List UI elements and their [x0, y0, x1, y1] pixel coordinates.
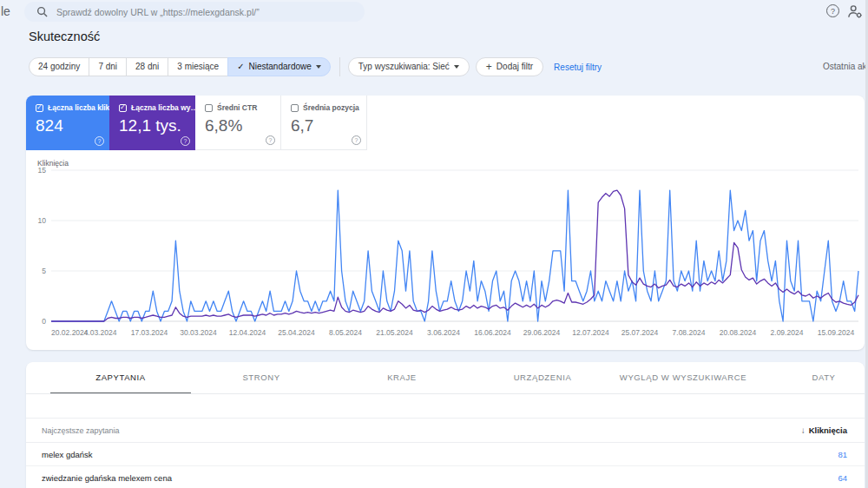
- metric-label: Łączna liczba klik…: [48, 103, 117, 112]
- x-tick-label: 20.08.2024: [720, 328, 757, 337]
- y-tick-label: 0: [42, 317, 46, 326]
- metric-value: 6,8%: [205, 116, 280, 135]
- x-tick-label: 4.03.2024: [84, 328, 117, 337]
- page-title: Skuteczność: [29, 30, 100, 43]
- x-tick-label: 30.03.2024: [180, 328, 217, 337]
- date-range-selector: 24 godziny 7 dni 28 dni 3 miesiące ✓ Nie…: [29, 57, 331, 76]
- date-range-28d[interactable]: 28 dni: [126, 57, 168, 76]
- last-update-text: Ostatnia aktualizacja:: [823, 62, 868, 71]
- x-tick-label: 12.04.2024: [229, 328, 266, 337]
- metric-value: 12,1 tys.: [119, 116, 195, 135]
- x-tick-label: 16.06.2024: [474, 328, 511, 337]
- metric-total-clicks[interactable]: Łączna liczba klik… 824 ?: [26, 96, 109, 150]
- query-clicks: 81: [838, 450, 847, 459]
- query-text: zwiedzanie gdańska melexem cena: [42, 473, 172, 483]
- date-range-custom[interactable]: ✓ Niestandardowe: [227, 57, 331, 76]
- checkbox-icon[interactable]: [119, 104, 127, 112]
- x-tick-label: 21.05.2024: [376, 328, 413, 337]
- x-tick-label: 2.09.2024: [771, 328, 804, 337]
- x-tick-label: 7.08.2024: [673, 328, 706, 337]
- help-icon[interactable]: ?: [266, 135, 275, 145]
- search-type-button[interactable]: Typ wyszukiwania: Sieć: [348, 57, 470, 76]
- search-placeholder: Sprawdź dowolny URL w „https://melexgdan…: [56, 7, 260, 17]
- metric-average-ctr[interactable]: Średni CTR 6,8% ?: [195, 96, 281, 150]
- x-tick-label: 3.06.2024: [427, 328, 460, 337]
- search-icon: [36, 6, 48, 17]
- query-clicks: 64: [838, 473, 847, 483]
- checkbox-icon[interactable]: [36, 104, 43, 112]
- metric-label: Średni CTR: [217, 103, 257, 112]
- chart-line-clicks: [51, 190, 858, 321]
- tab-search-appearance[interactable]: WYGLĄD W WYSZUKIWARCE: [613, 362, 753, 394]
- sort-descending-icon: ↓: [801, 425, 806, 435]
- column-header-queries[interactable]: Najczęstsze zapytania: [42, 426, 120, 435]
- tab-devices[interactable]: URZĄDZENIA: [472, 362, 613, 394]
- table-row[interactable]: zwiedzanie gdańska melexem cena 64: [26, 466, 865, 488]
- metric-label: Średnia pozycja: [303, 103, 359, 112]
- date-range-custom-label: Niestandardowe: [249, 58, 312, 76]
- metric-value: 6,7: [291, 116, 366, 135]
- x-tick-label: 20.02.2024: [51, 328, 89, 337]
- help-icon[interactable]: ?: [181, 136, 190, 146]
- check-icon: ✓: [237, 58, 244, 76]
- help-icon[interactable]: ?: [95, 136, 104, 146]
- performance-chart-card: Łączna liczba klik… 824 ? Łączna liczba …: [26, 96, 865, 350]
- table-header-row: Najczęstsze zapytania ↓ Kliknięcia: [26, 418, 865, 443]
- user-settings-icon[interactable]: [847, 4, 863, 19]
- x-tick-label: 29.06.2024: [523, 328, 561, 337]
- dimensions-table-card: ZAPYTANIA STRONY KRAJE URZĄDZENIA WYGLĄD…: [26, 362, 865, 488]
- y-tick-label: 10: [38, 216, 47, 225]
- help-glyph: ?: [831, 7, 835, 16]
- help-icon[interactable]: ?: [352, 135, 361, 145]
- metric-tiles-row: Łączna liczba klik… 824 ? Łączna liczba …: [26, 96, 367, 150]
- dropdown-caret-icon: [316, 65, 321, 69]
- x-tick-label: 12.07.2024: [572, 328, 609, 337]
- tab-queries[interactable]: ZAPYTANIA: [50, 362, 191, 394]
- filter-divider: [339, 57, 340, 76]
- column-header-clicks[interactable]: ↓ Kliknięcia: [801, 425, 847, 435]
- plus-icon: +: [486, 58, 492, 76]
- checkbox-icon[interactable]: [291, 104, 299, 112]
- tab-countries[interactable]: KRAJE: [332, 362, 472, 394]
- help-icon[interactable]: ?: [826, 4, 839, 17]
- table-row[interactable]: melex gdańsk 81: [26, 443, 865, 466]
- y-tick-label: 5: [42, 267, 46, 275]
- x-tick-label: 17.03.2024: [131, 328, 168, 337]
- tab-dates[interactable]: DATY: [753, 362, 865, 394]
- search-type-label: Typ wyszukiwania: Sieć: [358, 58, 450, 76]
- metric-label: Łączna liczba wy…: [131, 103, 198, 112]
- metric-value: 824: [36, 116, 109, 135]
- performance-line-chart[interactable]: 15105020.02.20244.03.202417.03.202430.03…: [29, 165, 865, 343]
- query-text: melex gdańsk: [42, 450, 93, 459]
- x-tick-label: 25.07.2024: [621, 328, 659, 337]
- x-tick-label: 15.09.2024: [818, 328, 855, 337]
- metric-average-position[interactable]: Średnia pozycja 6,7 ?: [281, 96, 367, 150]
- metric-total-impressions[interactable]: Łączna liczba wy… 12,1 tys. ?: [109, 96, 195, 150]
- date-range-3m[interactable]: 3 miesiące: [168, 57, 228, 76]
- x-tick-label: 8.05.2024: [329, 328, 362, 337]
- add-filter-button[interactable]: + Dodaj filtr: [476, 57, 543, 76]
- date-range-24h[interactable]: 24 godziny: [29, 57, 89, 76]
- dropdown-caret-icon: [454, 65, 459, 69]
- dimension-tabs: ZAPYTANIA STRONY KRAJE URZĄDZENIA WYGLĄD…: [26, 362, 865, 394]
- y-tick-label: 15: [38, 166, 47, 175]
- tab-pages[interactable]: STRONY: [191, 362, 332, 394]
- top-bar: le Sprawdź dowolny URL w „https://melexg…: [0, 0, 868, 24]
- filter-bar: 24 godziny 7 dni 28 dni 3 miesiące ✓ Nie…: [29, 57, 602, 76]
- date-range-7d[interactable]: 7 dni: [89, 57, 127, 76]
- checkbox-icon[interactable]: [205, 104, 213, 112]
- column-header-clicks-label: Kliknięcia: [809, 425, 847, 435]
- add-filter-label: Dodaj filtr: [496, 58, 533, 76]
- google-logo-fragment: le: [1, 4, 10, 18]
- url-inspect-search-bar[interactable]: Sprawdź dowolny URL w „https://melexgdan…: [24, 2, 365, 22]
- reset-filters-link[interactable]: Resetuj filtry: [554, 63, 602, 72]
- x-tick-label: 25.04.2024: [278, 328, 315, 337]
